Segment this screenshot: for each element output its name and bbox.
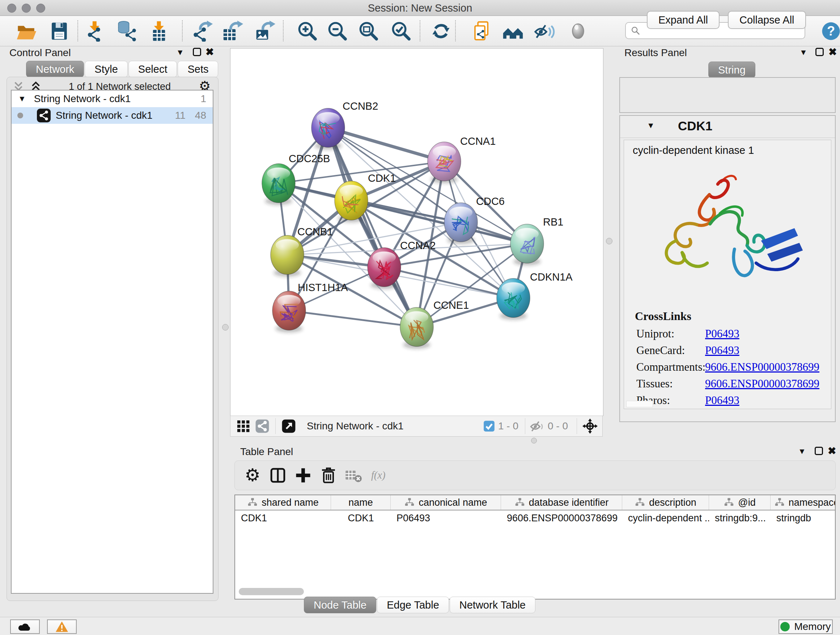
crosslink-link[interactable]: 9606.ENSP00000378699 [705, 361, 819, 374]
table-cell[interactable]: stringdb [771, 510, 836, 526]
column-header-canonical-name[interactable]: canonical name [391, 495, 501, 510]
node-table[interactable]: shared namenamecanonical namedatabase id… [234, 494, 836, 600]
right-splitter-handle[interactable] [606, 238, 613, 244]
string-document-button[interactable] [469, 19, 494, 43]
tab-network[interactable]: Network [26, 61, 84, 78]
column-header-name[interactable]: name [331, 495, 391, 510]
control-panel-close-icon[interactable]: ✖ [205, 47, 214, 57]
collapse-all-button[interactable]: Collapse All [728, 11, 806, 29]
open-session-button[interactable] [14, 19, 39, 43]
results-panel-float-icon[interactable] [815, 48, 824, 56]
table-panel-close-icon[interactable]: ✖ [828, 446, 836, 456]
results-panel-menu-icon[interactable]: ▼ [799, 49, 807, 57]
control-panel-menu-icon[interactable]: ▼ [176, 49, 184, 57]
column-header-description[interactable]: description [622, 495, 709, 510]
refresh-button[interactable] [428, 19, 454, 43]
table-cell[interactable]: stringdb:9... [709, 510, 771, 526]
export-view-icon[interactable] [279, 418, 298, 434]
table-cell[interactable]: CDK1 [331, 510, 391, 526]
column-header-shared-name[interactable]: shared name [235, 495, 331, 510]
string-panel-toggle-icon[interactable] [253, 418, 272, 434]
home-pages-button[interactable] [500, 19, 526, 43]
import-database-button[interactable] [114, 19, 140, 43]
import-network-button[interactable] [83, 19, 109, 43]
network-row[interactable]: String Network - cdk1 11 48 [11, 107, 213, 124]
results-panel-close-icon[interactable]: ✖ [829, 47, 837, 57]
delete-column-trash-icon[interactable] [316, 464, 341, 487]
selected-checkbox-icon[interactable] [483, 420, 495, 432]
edge-CCNB2-CCNE1[interactable] [328, 128, 417, 327]
network-canvas[interactable]: CCNB2CCNA1CDC25BCDK1CDC6RB1CCNB1CCNA2CDK… [230, 48, 603, 416]
collection-expanded-icon[interactable]: ▼ [18, 94, 26, 103]
zoom-in-button[interactable] [295, 19, 320, 43]
help-button[interactable]: ? [818, 19, 840, 43]
tab-sets[interactable]: Sets [178, 61, 218, 78]
node-CCNA1[interactable] [428, 142, 461, 181]
birds-eye-view-icon[interactable] [234, 418, 253, 434]
highlight-button[interactable] [565, 19, 591, 43]
tab-network-table[interactable]: Network Table [450, 597, 535, 613]
center-view-crosshair-icon[interactable] [581, 418, 600, 434]
gene-expanded-icon[interactable]: ▼ [647, 121, 655, 130]
edge-CCNB2-CCNA1[interactable] [328, 128, 444, 162]
gene-header[interactable]: ▼ CDK1 [620, 116, 835, 138]
crosslink-link[interactable]: 9606.ENSP00000378699 [705, 377, 819, 390]
control-panel-float-icon[interactable] [193, 48, 201, 56]
column-header--id[interactable]: @id [709, 495, 771, 510]
export-image-button[interactable] [253, 19, 278, 43]
crosslink-link[interactable]: P06493 [705, 394, 739, 407]
table-cell[interactable]: CDK1 [235, 510, 331, 526]
expand-all-button[interactable]: Expand All [647, 11, 720, 29]
tab-select[interactable]: Select [128, 61, 177, 78]
zoom-out-button[interactable] [325, 19, 350, 43]
node-CDK1[interactable] [335, 181, 368, 220]
zoom-selected-button[interactable] [388, 19, 414, 43]
node-HIST1H1A[interactable] [272, 291, 306, 330]
warning-status-button[interactable] [47, 619, 77, 634]
node-CDC6[interactable] [444, 203, 477, 242]
export-table-button[interactable] [221, 19, 246, 43]
column-header-database-identifier[interactable]: database identifier [501, 495, 622, 510]
tab-edge-table[interactable]: Edge Table [377, 597, 449, 613]
left-splitter-handle[interactable] [222, 324, 229, 331]
node-CCNB1[interactable] [271, 235, 304, 274]
zoom-fit-button[interactable] [356, 19, 381, 43]
table-panel-menu-icon[interactable]: ▼ [798, 448, 806, 455]
add-column-icon[interactable] [291, 464, 316, 487]
table-cell[interactable]: P06493 [391, 510, 501, 526]
table-panel-float-icon[interactable] [815, 447, 823, 455]
table-hscrollbar[interactable] [239, 588, 832, 596]
network-collection-row[interactable]: ▼ String Network - cdk1 1 [11, 90, 213, 107]
table-cell[interactable]: 9606.ENSP00000378699 [501, 510, 622, 526]
crosslink-link[interactable]: P06493 [705, 327, 739, 340]
export-network-button[interactable] [190, 19, 216, 43]
memory-button[interactable]: Memory [778, 619, 833, 634]
tab-node-table[interactable]: Node Table [304, 597, 376, 613]
table-options-gear-icon[interactable]: ⚙ [240, 464, 265, 487]
node-CDKN1A[interactable] [497, 279, 530, 318]
status-bar: Memory [0, 617, 840, 635]
crosslink-link[interactable]: P06493 [705, 344, 739, 357]
tab-style[interactable]: Style [85, 61, 127, 78]
table-hscrollbar-thumb[interactable] [239, 588, 304, 595]
hide-panel-button[interactable] [532, 19, 557, 43]
delete-table-icon[interactable] [341, 464, 366, 487]
node-CCNA2[interactable] [368, 248, 401, 287]
save-session-button[interactable] [46, 19, 72, 43]
edge-HIST1H1A-CCNE1[interactable] [289, 310, 417, 327]
show-columns-icon[interactable] [265, 464, 291, 487]
node-CCNB2[interactable] [311, 108, 345, 147]
node-RB1[interactable] [510, 224, 544, 263]
node-CCNE1[interactable] [400, 307, 433, 347]
table-cell[interactable]: cyclin-dependent ... [622, 510, 709, 526]
tab-string[interactable]: String [708, 62, 755, 78]
column-header-namespace[interactable]: namespace [771, 495, 836, 510]
bottom-splitter-handle[interactable] [531, 438, 537, 443]
edge-CCNA2-CDKN1A[interactable] [384, 267, 513, 298]
function-builder-icon[interactable]: f(x) [366, 464, 392, 487]
table-row[interactable]: CDK1CDK1P064939606.ENSP00000378699cyclin… [235, 510, 835, 526]
import-table-button[interactable] [147, 19, 172, 43]
results-scrollbar[interactable] [626, 401, 653, 407]
node-CDC25B[interactable] [262, 164, 295, 203]
cloud-status-button[interactable] [10, 619, 40, 634]
